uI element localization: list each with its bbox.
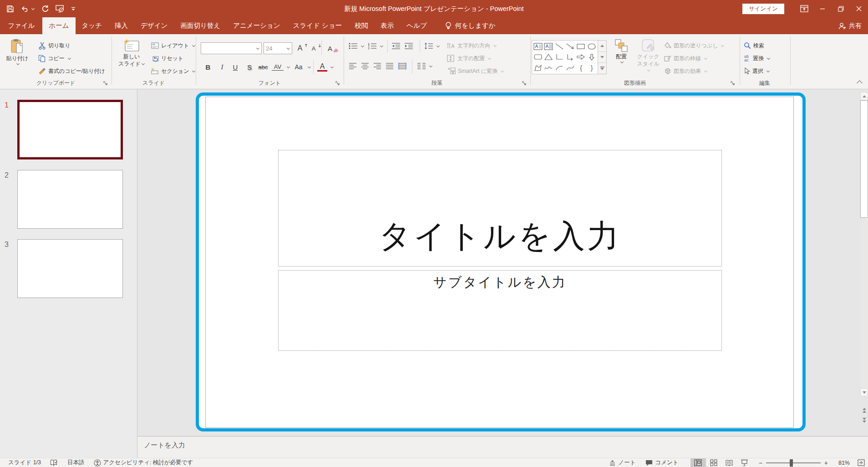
character-spacing-button[interactable]: AV [272,62,290,72]
tab-review[interactable]: 校閲 [348,17,374,34]
shape-line[interactable] [554,41,565,52]
tab-animations[interactable]: アニメーション [227,17,287,34]
strikethrough-button[interactable]: abc [256,62,270,72]
numbering-button[interactable] [368,41,383,51]
numbering-chevron[interactable] [380,44,383,47]
shape-down-arrow[interactable] [586,52,597,63]
text-direction-button[interactable]: 文字列の方向 [447,40,497,51]
align-left-button[interactable] [349,61,357,72]
shape-elbow-connector[interactable] [554,52,565,63]
undo-button[interactable] [20,5,35,13]
font-size-combobox[interactable]: 24 [264,42,292,54]
shapes-gallery-down-button[interactable] [598,52,606,63]
next-slide-button[interactable] [860,416,868,424]
shapes-gallery-more-button[interactable] [598,63,606,74]
select-button[interactable]: 選択 [744,66,770,77]
align-text-button[interactable]: 文字の配置 [447,53,491,64]
ribbon-display-options-button[interactable] [795,0,813,17]
language-button[interactable]: 日本語 [67,459,85,467]
character-spacing-chevron[interactable] [287,65,290,68]
minimize-button[interactable] [813,0,832,17]
reading-view-button[interactable] [721,458,737,467]
restore-button[interactable] [832,0,850,17]
fit-slide-to-window-button[interactable] [854,458,868,467]
select-chevron[interactable] [766,69,770,72]
cut-button[interactable]: 切り取り [38,40,71,51]
slideshow-view-button[interactable] [737,458,752,467]
zoom-out-button[interactable]: − [759,459,762,467]
arrange-dropdown-chevron[interactable] [620,60,623,63]
shape-arc[interactable] [554,62,565,73]
comments-button[interactable]: コメント [645,459,678,467]
share-button[interactable]: 共有 [838,17,862,34]
font-name-combobox[interactable] [201,42,262,54]
shape-effects-chevron[interactable] [704,69,707,72]
font-size-chevron[interactable] [287,46,290,49]
reset-button[interactable]: リセット [151,53,183,64]
line-spacing-button[interactable] [424,41,440,51]
undo-dropdown-chevron[interactable] [31,6,35,10]
clipboard-dialog-launcher[interactable] [103,81,109,87]
close-button[interactable] [850,0,868,17]
paste-button[interactable]: 貼り付け [4,39,31,81]
quick-styles-button[interactable]: クイック スタイル [635,39,661,81]
smartart-chevron[interactable] [501,69,504,72]
previous-slide-button[interactable] [860,406,868,414]
new-slide-button[interactable]: 新しい スライド [117,39,147,81]
convert-to-smartart-button[interactable]: SmartArt に変換 [447,66,504,77]
layout-button[interactable]: レイアウト [151,40,195,51]
shape-scribble[interactable] [543,62,554,73]
change-case-chevron[interactable] [308,65,311,68]
shape-left-brace[interactable]: { [576,62,587,73]
grow-font-button[interactable]: A [295,42,308,54]
underline-button[interactable]: U [230,62,240,72]
shape-outline-chevron[interactable] [704,56,707,59]
shape-rounded-rectangle[interactable] [533,52,543,63]
align-right-button[interactable] [373,61,381,72]
tab-slideshow[interactable]: スライド ショー [287,17,349,34]
spell-check-button[interactable] [50,459,58,466]
arrange-button[interactable]: 配置 [611,39,631,81]
notes-toggle-button[interactable]: ノート [609,459,635,467]
zoom-slider-thumb[interactable] [790,459,793,467]
shape-oval[interactable] [586,41,597,52]
change-case-button[interactable]: Aa [293,62,311,72]
columns-button[interactable] [417,61,432,72]
shapes-gallery-up-button[interactable] [598,41,606,52]
layout-dropdown-chevron[interactable] [192,43,195,46]
shape-fill-button[interactable]: 図形の塗りつぶし [664,40,724,51]
increase-indent-button[interactable] [404,41,413,51]
format-painter-button[interactable]: 書式のコピー/貼り付け [38,66,105,77]
start-from-beginning-button[interactable] [56,5,65,13]
shape-fill-chevron[interactable] [721,43,724,46]
replace-button[interactable]: ab ac 置換 [742,53,770,64]
bold-button[interactable]: B [203,62,213,72]
text-direction-chevron[interactable] [493,43,497,46]
font-color-chevron[interactable] [330,65,334,68]
bullets-button[interactable] [349,41,364,51]
zoom-in-button[interactable]: + [824,459,828,467]
font-name-chevron[interactable] [256,46,259,49]
quick-styles-chevron[interactable] [647,68,650,72]
normal-view-button[interactable] [690,458,706,467]
tab-touch[interactable]: タッチ [76,17,109,34]
new-slide-dropdown-chevron[interactable] [142,62,145,65]
title-placeholder[interactable]: タイトルを入力 [278,150,722,267]
columns-chevron[interactable] [429,64,432,67]
shape-right-arrow[interactable] [576,52,587,63]
shape-right-brace[interactable]: } [586,62,597,73]
vertical-scrollbar[interactable] [860,92,868,396]
tab-view[interactable]: 表示 [374,17,400,34]
clear-formatting-button[interactable]: A [325,42,339,54]
shape-curve[interactable] [565,62,576,73]
shape-effects-button[interactable]: 図形の効果 [664,66,707,77]
align-center-button[interactable] [361,61,369,72]
notes-pane[interactable]: ノートを入力 [137,436,868,458]
shape-text-box-horizontal[interactable] [533,41,543,52]
slide-sorter-view-button[interactable] [706,458,721,467]
redo-button[interactable] [41,5,49,13]
font-color-button[interactable]: A [317,62,334,72]
shape-rectangle[interactable] [576,41,587,52]
paste-dropdown-chevron[interactable] [16,62,19,65]
zoom-level-button[interactable]: 81% [828,460,850,466]
